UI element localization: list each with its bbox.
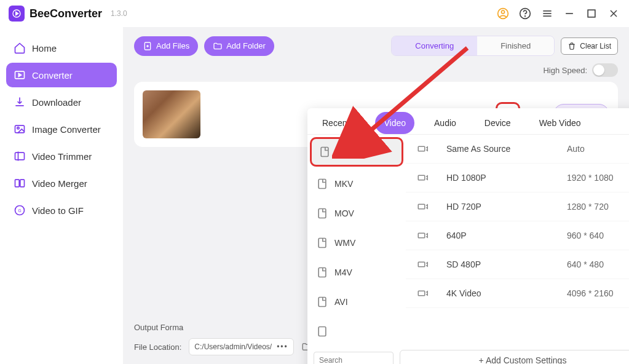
file-path-text: C:/Users/admin/Videos/ [194, 342, 272, 351]
resolution-dim: 960 * 640 [567, 231, 629, 240]
file-path-box[interactable]: C:/Users/admin/Videos/ ••• [189, 338, 293, 355]
resolution-row[interactable]: SD 480P640 * 480 [406, 250, 629, 279]
resolution-row[interactable]: HD 1080P1920 * 1080 [406, 164, 629, 192]
output-format-label: Output Forma [134, 323, 183, 332]
sidebar: Home Converter Downloader Image Converte… [0, 27, 123, 364]
svg-rect-39 [318, 327, 326, 336]
sidebar-item-label: Video to GIF [32, 205, 84, 216]
format-list[interactable]: MP4 MKV MOV WMV M4V AVI [307, 135, 406, 344]
add-custom-settings-button[interactable]: + Add Custom Settings [400, 350, 629, 364]
tab-finished[interactable]: Finished [477, 36, 554, 55]
dd-tab-video[interactable]: Video [375, 112, 414, 134]
svg-rect-10 [588, 10, 595, 17]
main-panel: Add Files Add Folder Converting Finished… [123, 27, 629, 364]
resolution-dim: 1920 * 1080 [567, 173, 629, 183]
dd-tab-web-video[interactable]: Web Video [531, 112, 590, 134]
format-wmv[interactable]: WMV [307, 228, 406, 258]
resolution-name: SD 480P [446, 259, 567, 269]
dropdown-tabs: Recently Video Audio Device Web Video [307, 108, 629, 135]
add-folder-button[interactable]: Add Folder [204, 36, 274, 56]
title-right [496, 7, 620, 20]
svg-point-3 [502, 10, 505, 14]
resolution-row[interactable]: Same As SourceAuto [406, 135, 629, 164]
sidebar-item-converter[interactable]: Converter [6, 63, 117, 87]
more-icon[interactable]: ••• [277, 342, 288, 351]
clear-list-label: Clear List [580, 42, 611, 50]
resolution-row[interactable]: HD 720P1280 * 720 [406, 192, 629, 221]
dd-tab-device[interactable]: Device [476, 112, 520, 134]
format-dropdown: Recently Video Audio Device Web Video MP… [307, 108, 629, 364]
svg-rect-43 [418, 233, 425, 238]
format-mkv[interactable]: MKV [307, 169, 406, 199]
svg-text:G: G [18, 208, 21, 213]
format-more[interactable] [307, 317, 406, 344]
svg-rect-19 [20, 180, 25, 187]
format-m4v[interactable]: M4V [307, 258, 406, 287]
resolution-list[interactable]: Same As SourceAuto HD 1080P1920 * 1080 H… [406, 135, 629, 344]
app-version: 1.3.0 [111, 9, 127, 18]
sidebar-item-label: Downloader [32, 97, 81, 108]
account-icon[interactable] [496, 7, 510, 20]
dropdown-footer: + Add Custom Settings [307, 344, 629, 364]
format-search-input[interactable] [314, 352, 394, 364]
clear-list-button[interactable]: Clear List [561, 38, 618, 55]
svg-point-5 [525, 16, 526, 17]
high-speed-row: High Speed: [134, 63, 618, 77]
format-avi[interactable]: AVI [307, 287, 406, 317]
high-speed-label: High Speed: [543, 66, 587, 75]
app-name: BeeConverter [30, 7, 102, 20]
sidebar-item-label: Video Merger [32, 178, 87, 189]
sidebar-item-downloader[interactable]: Downloader [6, 90, 117, 114]
tab-converting[interactable]: Converting [392, 36, 477, 55]
svg-rect-42 [418, 204, 425, 209]
svg-point-15 [17, 127, 19, 129]
sidebar-item-video-trimmer[interactable]: Video Trimmer [6, 144, 117, 168]
format-mp4[interactable]: MP4 [310, 137, 403, 167]
video-thumbnail [143, 90, 200, 138]
close-icon[interactable] [607, 7, 620, 20]
title-left: BeeConverter 1.3.0 [9, 6, 127, 22]
sidebar-item-video-merger[interactable]: Video Merger [6, 171, 117, 196]
dd-tab-recently[interactable]: Recently [314, 112, 364, 134]
svg-rect-18 [15, 180, 20, 187]
add-folder-label: Add Folder [226, 41, 266, 50]
high-speed-toggle[interactable] [592, 63, 618, 77]
resolution-name: HD 1080P [446, 173, 567, 183]
minimize-icon[interactable] [563, 7, 576, 20]
svg-rect-16 [15, 152, 25, 160]
menu-icon[interactable] [540, 7, 554, 20]
app-logo [9, 6, 25, 22]
resolution-dim: Auto [567, 144, 629, 154]
sidebar-item-home[interactable]: Home [6, 36, 117, 60]
toolbar: Add Files Add Folder Converting Finished… [134, 36, 618, 56]
svg-rect-45 [418, 291, 425, 296]
format-mov[interactable]: MOV [307, 199, 406, 228]
dd-tab-audio[interactable]: Audio [425, 112, 465, 134]
status-tabs: Converting Finished [391, 36, 555, 56]
resolution-dim: 640 * 480 [567, 259, 629, 269]
add-files-button[interactable]: Add Files [134, 36, 198, 56]
sidebar-item-video-to-gif[interactable]: GVideo to GIF [6, 198, 117, 223]
resolution-name: 4K Video [446, 288, 567, 298]
svg-marker-1 [16, 12, 18, 15]
format-label: WMV [334, 238, 355, 248]
maximize-icon[interactable] [585, 7, 598, 20]
format-label: MP4 [337, 147, 355, 157]
resolution-name: HD 720P [446, 202, 567, 212]
format-label: M4V [334, 267, 352, 277]
file-location-label: File Location: [134, 342, 181, 352]
resolution-name: 640P [446, 231, 567, 240]
help-icon[interactable] [518, 7, 532, 20]
resolution-dim: 4096 * 2160 [567, 288, 629, 298]
svg-rect-41 [418, 175, 425, 180]
resolution-row[interactable]: 4K Video4096 * 2160 [406, 279, 629, 308]
sidebar-item-label: Converter [32, 70, 73, 81]
sidebar-item-label: Image Converter [32, 124, 101, 135]
format-label: MOV [334, 208, 354, 218]
sidebar-item-image-converter[interactable]: Image Converter [6, 117, 117, 141]
format-label: AVI [334, 297, 348, 307]
resolution-row[interactable]: 640P960 * 640 [406, 221, 629, 250]
format-label: MKV [334, 179, 353, 189]
svg-rect-40 [418, 146, 425, 151]
resolution-name: Same As Source [446, 144, 567, 154]
